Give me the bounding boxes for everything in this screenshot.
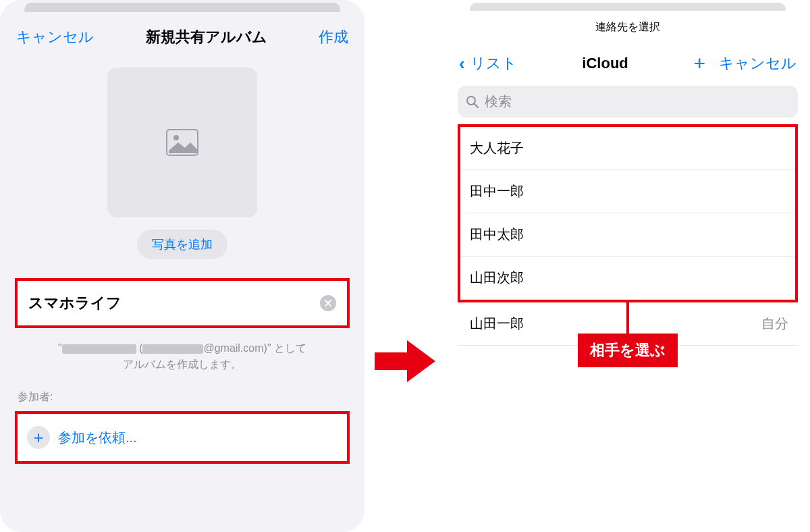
self-badge: 自分 xyxy=(761,315,788,333)
clear-text-icon[interactable] xyxy=(320,295,336,311)
redacted-email xyxy=(142,344,203,354)
sheet-stack-back xyxy=(24,3,340,12)
contact-item[interactable]: 田中太郎 xyxy=(460,213,795,257)
cancel-button[interactable]: キャンセル xyxy=(16,27,94,47)
sheet-mini-title: 連絡先を選択 xyxy=(446,11,810,41)
right-phone-screen: 連絡先を選択 ‹ リスト iCloud + キャンセル 検索 大人花子 田中一郎… xyxy=(446,0,810,532)
left-phone-screen: キャンセル 新規共有アルバム 作成 写真を追加 " (@gmail.com)" … xyxy=(0,0,364,532)
navbar-title: 新規共有アルバム xyxy=(146,27,267,47)
invite-row[interactable]: + 参加を依頼... xyxy=(15,411,350,464)
album-name-input[interactable] xyxy=(28,294,320,312)
navbar-title: iCloud xyxy=(521,55,690,72)
add-contact-icon[interactable]: + xyxy=(693,52,705,75)
album-thumbnail-placeholder xyxy=(107,68,257,217)
arrow-right-icon xyxy=(375,338,435,385)
search-placeholder: 検索 xyxy=(485,92,512,111)
search-icon xyxy=(466,95,479,109)
contact-item[interactable]: 大人花子 xyxy=(460,127,795,170)
contact-list-highlighted: 大人花子 田中一郎 田中太郎 山田次郎 相手を選ぶ xyxy=(458,124,798,302)
back-button[interactable]: リスト xyxy=(470,53,517,74)
photo-placeholder-icon xyxy=(166,129,198,156)
creator-info-text: " (@gmail.com)" として アルバムを作成します。 xyxy=(18,340,347,373)
contact-item[interactable]: 山田次郎 xyxy=(460,257,795,300)
svg-point-1 xyxy=(173,135,179,140)
search-bar[interactable]: 検索 xyxy=(458,86,798,117)
create-button[interactable]: 作成 xyxy=(319,27,348,47)
participants-label: 参加者: xyxy=(18,390,347,404)
contact-name: 山田一郎 xyxy=(470,315,524,333)
invite-label: 参加を依頼... xyxy=(58,429,137,447)
callout-connector xyxy=(626,300,629,336)
add-photo-button[interactable]: 写真を追加 xyxy=(137,230,227,259)
svg-point-2 xyxy=(467,97,475,105)
callout-label: 相手を選ぶ xyxy=(578,334,678,367)
left-navbar: キャンセル 新規共有アルバム 作成 xyxy=(0,12,364,55)
chevron-left-icon[interactable]: ‹ xyxy=(459,53,465,74)
redacted-name xyxy=(62,344,136,354)
sheet-stack-back xyxy=(470,3,786,11)
contact-item[interactable]: 田中一郎 xyxy=(460,170,795,213)
album-name-row xyxy=(15,278,350,328)
plus-icon: + xyxy=(27,426,50,449)
right-navbar: ‹ リスト iCloud + キャンセル xyxy=(446,41,810,82)
flow-arrow xyxy=(364,0,446,385)
cancel-button[interactable]: キャンセル xyxy=(719,53,796,74)
